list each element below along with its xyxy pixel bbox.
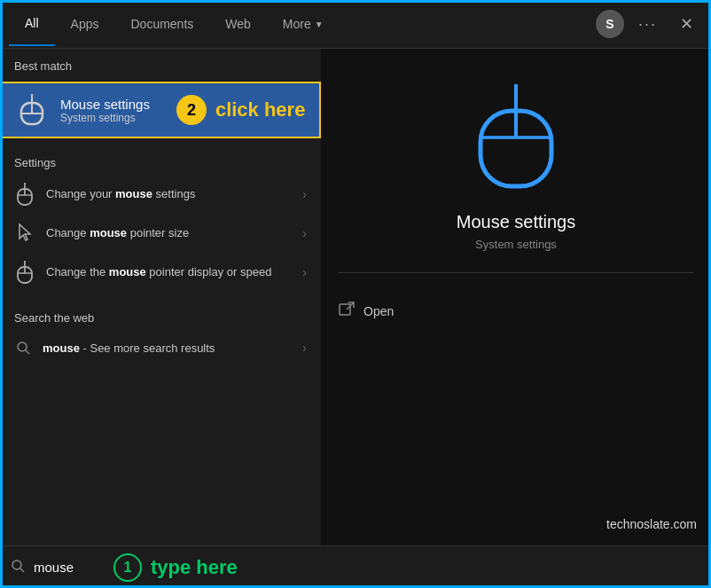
- open-icon: [339, 302, 355, 321]
- search-icon: [14, 339, 32, 357]
- web-item-text: mouse - See more search results: [43, 341, 302, 355]
- chevron-right-icon-3: ›: [302, 265, 307, 279]
- divider: [339, 272, 693, 273]
- tab-more[interactable]: More ▼: [267, 3, 340, 45]
- type-here-text: type here: [151, 556, 238, 579]
- open-action-label: Open: [363, 304, 394, 318]
- mouse-pointer-icon: [14, 223, 35, 244]
- mouse-settings-icon: [14, 92, 50, 128]
- best-match-label: Best match: [0, 49, 321, 78]
- web-search-section: Search the web mouse - See more search r…: [0, 301, 321, 371]
- settings-item-text-3: Change the mouse pointer display or spee…: [46, 264, 302, 280]
- chevron-right-icon-2: ›: [302, 226, 307, 240]
- chevron-right-icon-web: ›: [302, 341, 307, 355]
- right-panel-subtitle: System settings: [475, 238, 557, 251]
- right-panel: Mouse settings System settings Open tech…: [321, 49, 711, 545]
- watermark: technoslate.com: [606, 517, 697, 531]
- settings-section: Settings Change your mouse settings: [0, 142, 321, 301]
- tab-apps[interactable]: Apps: [55, 3, 115, 45]
- mouse-icon-3: [14, 262, 35, 283]
- svg-point-20: [12, 561, 21, 569]
- settings-item-2[interactable]: Change mouse pointer size ›: [0, 214, 321, 253]
- best-match-text: Mouse settings System settings: [60, 97, 150, 124]
- settings-item-1[interactable]: Change your mouse settings ›: [0, 175, 321, 214]
- best-match-row: Mouse settings System settings 2 click h…: [0, 82, 321, 138]
- best-match-title: Mouse settings: [60, 97, 150, 112]
- settings-section-label: Settings: [0, 151, 321, 175]
- content-area: Best match Mouse settings: [0, 49, 711, 545]
- svg-rect-18: [340, 304, 350, 315]
- right-panel-title: Mouse settings: [457, 212, 576, 232]
- annotation-number-2: 2: [176, 95, 207, 125]
- open-action[interactable]: Open: [339, 294, 693, 328]
- tab-all[interactable]: All: [9, 2, 55, 46]
- large-mouse-icon: [476, 84, 556, 194]
- best-match-subtitle: System settings: [60, 112, 150, 124]
- left-panel: Best match Mouse settings: [0, 49, 321, 545]
- tab-documents[interactable]: Documents: [114, 3, 209, 45]
- settings-item-3[interactable]: Change the mouse pointer display or spee…: [0, 253, 321, 292]
- chevron-down-icon: ▼: [315, 20, 324, 29]
- settings-item-text-2: Change mouse pointer size: [46, 225, 302, 241]
- mouse-icon-1: [14, 184, 35, 205]
- best-match-item[interactable]: Mouse settings System settings: [2, 83, 162, 137]
- annotation-number-1: 1: [113, 553, 142, 582]
- web-search-item[interactable]: mouse - See more search results ›: [0, 330, 321, 365]
- svg-point-12: [18, 342, 27, 351]
- click-annotation: 2 click here: [162, 86, 319, 134]
- more-options-button[interactable]: ···: [631, 12, 664, 37]
- tab-web[interactable]: Web: [209, 3, 267, 45]
- click-here-text: click here: [215, 98, 306, 122]
- top-nav: All Apps Documents Web More ▼ S ··· ✕: [0, 0, 711, 49]
- settings-item-text-1: Change your mouse settings: [46, 186, 302, 202]
- main-window: All Apps Documents Web More ▼ S ··· ✕: [0, 0, 711, 588]
- web-section-label: Search the web: [0, 306, 321, 330]
- bottom-search-bar: 1 type here: [0, 545, 711, 588]
- search-icon-bottom: [11, 559, 25, 576]
- svg-line-21: [20, 568, 24, 572]
- nav-tabs: All Apps Documents Web More ▼: [9, 2, 596, 46]
- search-input[interactable]: [34, 560, 105, 575]
- chevron-right-icon-1: ›: [302, 187, 307, 201]
- nav-actions: S ··· ✕: [596, 10, 702, 38]
- close-button[interactable]: ✕: [671, 11, 702, 37]
- avatar[interactable]: S: [596, 10, 624, 38]
- svg-line-13: [26, 350, 29, 354]
